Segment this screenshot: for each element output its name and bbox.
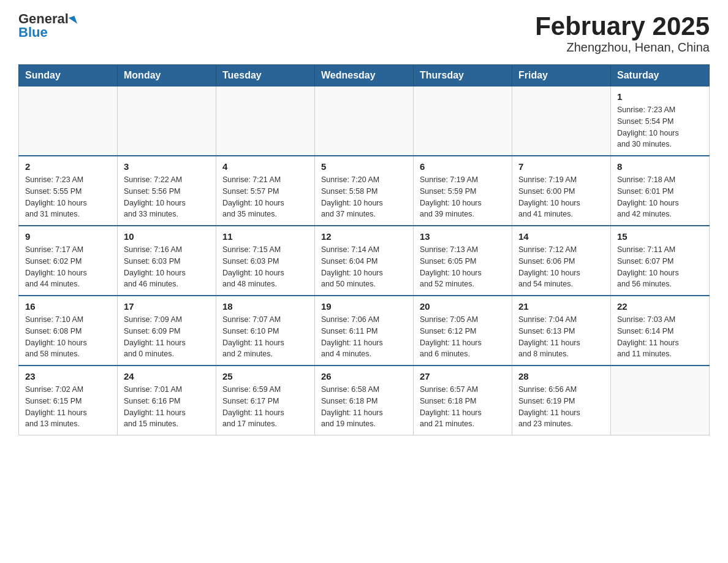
day-number: 16 [25,301,111,312]
calendar-cell-w4-d2: 18Sunrise: 7:07 AM Sunset: 6:10 PM Dayli… [216,296,315,366]
day-info: Sunrise: 7:23 AM Sunset: 5:55 PM Dayligh… [25,174,111,220]
day-number: 8 [617,161,703,172]
calendar-cell-w5-d6 [611,366,710,435]
day-number: 24 [124,371,210,381]
calendar-cell-w2-d1: 3Sunrise: 7:22 AM Sunset: 5:56 PM Daylig… [118,156,216,226]
calendar-cell-w5-d4: 27Sunrise: 6:57 AM Sunset: 6:18 PM Dayli… [414,366,512,435]
day-number: 3 [124,161,210,172]
calendar-cell-w5-d0: 23Sunrise: 7:02 AM Sunset: 6:15 PM Dayli… [19,366,118,435]
day-info: Sunrise: 7:19 AM Sunset: 6:00 PM Dayligh… [518,174,604,220]
day-info: Sunrise: 7:23 AM Sunset: 5:54 PM Dayligh… [617,104,703,150]
col-tuesday: Tuesday [216,65,315,86]
week-row-1: 1Sunrise: 7:23 AM Sunset: 5:54 PM Daylig… [19,86,710,156]
calendar-cell-w1-d2 [216,86,315,156]
calendar-cell-w1-d0 [19,86,118,156]
calendar-table: Sunday Monday Tuesday Wednesday Thursday… [18,64,710,435]
day-info: Sunrise: 7:07 AM Sunset: 6:10 PM Dayligh… [222,314,308,360]
day-info: Sunrise: 6:56 AM Sunset: 6:19 PM Dayligh… [518,384,604,430]
day-info: Sunrise: 7:10 AM Sunset: 6:08 PM Dayligh… [25,314,111,360]
day-number: 26 [321,371,407,381]
day-number: 14 [518,231,604,242]
calendar-cell-w3-d2: 11Sunrise: 7:15 AM Sunset: 6:03 PM Dayli… [216,226,315,296]
calendar-cell-w1-d1 [118,86,216,156]
day-number: 21 [518,301,604,312]
logo: General Blue [18,12,76,39]
day-info: Sunrise: 7:18 AM Sunset: 6:01 PM Dayligh… [617,174,703,220]
calendar-cell-w5-d1: 24Sunrise: 7:01 AM Sunset: 6:16 PM Dayli… [118,366,216,435]
calendar-body: 1Sunrise: 7:23 AM Sunset: 5:54 PM Daylig… [19,86,710,435]
day-info: Sunrise: 7:21 AM Sunset: 5:57 PM Dayligh… [222,174,308,220]
location-text: Zhengzhou, Henan, China [535,40,710,55]
week-row-5: 23Sunrise: 7:02 AM Sunset: 6:15 PM Dayli… [19,366,710,435]
day-info: Sunrise: 7:13 AM Sunset: 6:05 PM Dayligh… [420,244,506,290]
day-info: Sunrise: 7:02 AM Sunset: 6:15 PM Dayligh… [25,384,111,430]
day-info: Sunrise: 6:57 AM Sunset: 6:18 PM Dayligh… [420,384,506,430]
day-number: 4 [222,161,308,172]
calendar-cell-w4-d6: 22Sunrise: 7:03 AM Sunset: 6:14 PM Dayli… [611,296,710,366]
col-sunday: Sunday [19,65,118,86]
calendar-cell-w4-d4: 20Sunrise: 7:05 AM Sunset: 6:12 PM Dayli… [414,296,512,366]
calendar-cell-w1-d3 [315,86,414,156]
day-number: 27 [420,371,506,381]
day-number: 25 [222,371,308,381]
day-number: 12 [321,231,407,242]
week-row-3: 9Sunrise: 7:17 AM Sunset: 6:02 PM Daylig… [19,226,710,296]
day-number: 6 [420,161,506,172]
calendar-cell-w5-d5: 28Sunrise: 6:56 AM Sunset: 6:19 PM Dayli… [512,366,611,435]
calendar-cell-w2-d5: 7Sunrise: 7:19 AM Sunset: 6:00 PM Daylig… [512,156,611,226]
day-info: Sunrise: 7:19 AM Sunset: 5:59 PM Dayligh… [420,174,506,220]
logo-blue-text: Blue [18,25,48,40]
calendar-cell-w4-d1: 17Sunrise: 7:09 AM Sunset: 6:09 PM Dayli… [118,296,216,366]
calendar-cell-w4-d0: 16Sunrise: 7:10 AM Sunset: 6:08 PM Dayli… [19,296,118,366]
calendar-cell-w5-d3: 26Sunrise: 6:58 AM Sunset: 6:18 PM Dayli… [315,366,414,435]
calendar-header: Sunday Monday Tuesday Wednesday Thursday… [19,65,710,86]
day-info: Sunrise: 6:58 AM Sunset: 6:18 PM Dayligh… [321,384,407,430]
logo-top-line: General [18,12,76,26]
day-number: 17 [124,301,210,312]
day-number: 2 [25,161,111,172]
day-number: 19 [321,301,407,312]
calendar-cell-w4-d5: 21Sunrise: 7:04 AM Sunset: 6:13 PM Dayli… [512,296,611,366]
day-number: 11 [222,231,308,242]
calendar-cell-w4-d3: 19Sunrise: 7:06 AM Sunset: 6:11 PM Dayli… [315,296,414,366]
col-wednesday: Wednesday [315,65,414,86]
calendar-cell-w2-d6: 8Sunrise: 7:18 AM Sunset: 6:01 PM Daylig… [611,156,710,226]
calendar-cell-w3-d0: 9Sunrise: 7:17 AM Sunset: 6:02 PM Daylig… [19,226,118,296]
day-info: Sunrise: 7:17 AM Sunset: 6:02 PM Dayligh… [25,244,111,290]
day-info: Sunrise: 7:12 AM Sunset: 6:06 PM Dayligh… [518,244,604,290]
col-saturday: Saturday [611,65,710,86]
day-info: Sunrise: 6:59 AM Sunset: 6:17 PM Dayligh… [222,384,308,430]
calendar-cell-w1-d5 [512,86,611,156]
header-row: Sunday Monday Tuesday Wednesday Thursday… [19,65,710,86]
day-info: Sunrise: 7:09 AM Sunset: 6:09 PM Dayligh… [124,314,210,360]
day-number: 22 [617,301,703,312]
day-number: 28 [518,371,604,381]
day-number: 1 [617,91,703,102]
day-number: 23 [25,371,111,381]
calendar-cell-w3-d3: 12Sunrise: 7:14 AM Sunset: 6:04 PM Dayli… [315,226,414,296]
day-info: Sunrise: 7:06 AM Sunset: 6:11 PM Dayligh… [321,314,407,360]
day-info: Sunrise: 7:04 AM Sunset: 6:13 PM Dayligh… [518,314,604,360]
title-block: February 2025 Zhengzhou, Henan, China [535,12,710,55]
calendar-cell-w3-d1: 10Sunrise: 7:16 AM Sunset: 6:03 PM Dayli… [118,226,216,296]
day-info: Sunrise: 7:01 AM Sunset: 6:16 PM Dayligh… [124,384,210,430]
calendar-cell-w2-d0: 2Sunrise: 7:23 AM Sunset: 5:55 PM Daylig… [19,156,118,226]
col-friday: Friday [512,65,611,86]
day-info: Sunrise: 7:03 AM Sunset: 6:14 PM Dayligh… [617,314,703,360]
day-number: 5 [321,161,407,172]
week-row-2: 2Sunrise: 7:23 AM Sunset: 5:55 PM Daylig… [19,156,710,226]
page-header: General Blue February 2025 Zhengzhou, He… [18,12,710,55]
calendar-cell-w1-d4 [414,86,512,156]
calendar-cell-w3-d5: 14Sunrise: 7:12 AM Sunset: 6:06 PM Dayli… [512,226,611,296]
day-number: 9 [25,231,111,242]
day-number: 7 [518,161,604,172]
month-title: February 2025 [535,12,710,40]
day-info: Sunrise: 7:14 AM Sunset: 6:04 PM Dayligh… [321,244,407,290]
day-number: 10 [124,231,210,242]
day-info: Sunrise: 7:22 AM Sunset: 5:56 PM Dayligh… [124,174,210,220]
logo-arrow-icon [69,15,77,26]
day-info: Sunrise: 7:11 AM Sunset: 6:07 PM Dayligh… [617,244,703,290]
calendar-cell-w5-d2: 25Sunrise: 6:59 AM Sunset: 6:17 PM Dayli… [216,366,315,435]
day-info: Sunrise: 7:16 AM Sunset: 6:03 PM Dayligh… [124,244,210,290]
day-number: 13 [420,231,506,242]
